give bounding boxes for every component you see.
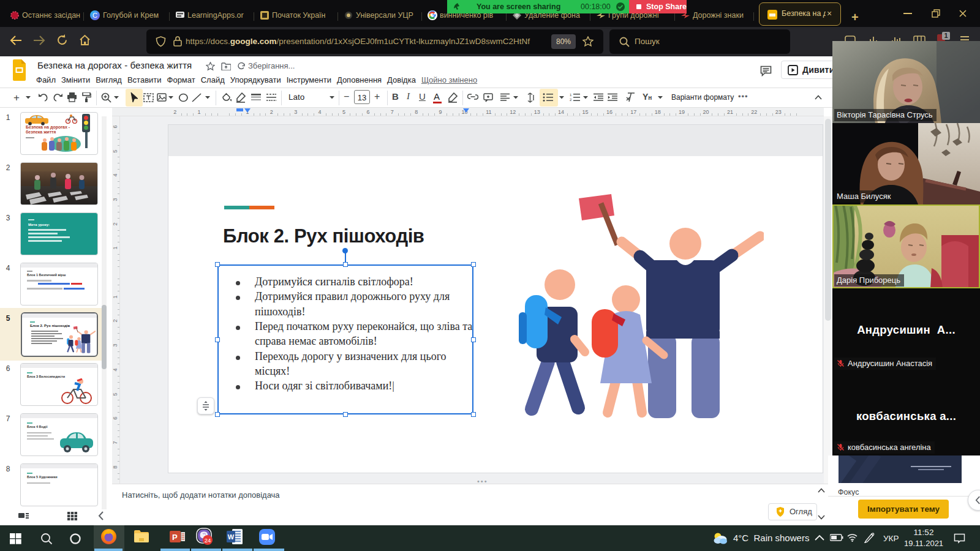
svg-text:P: P [172, 533, 178, 542]
svg-text:1: 1 [570, 93, 572, 97]
svg-text:W: W [228, 533, 235, 541]
svg-text:C: C [92, 12, 97, 19]
svg-text:2: 2 [570, 98, 572, 102]
svg-text:24: 24 [205, 537, 211, 544]
